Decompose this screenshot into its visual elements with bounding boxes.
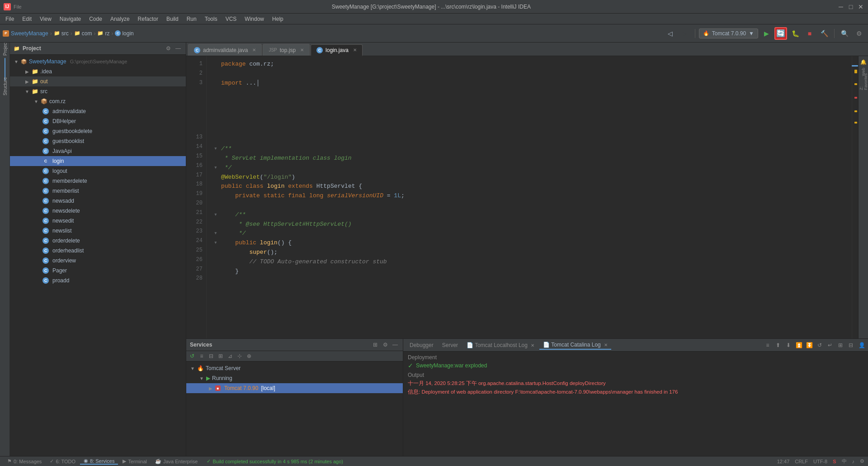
run-button[interactable]: ▶ [760, 27, 773, 40]
log-tab-debugger[interactable]: Debugger [406, 341, 437, 349]
services-restart-btn[interactable]: ↺ [188, 352, 196, 360]
tab-close-login[interactable]: ✕ [353, 48, 357, 52]
fold-arrow-16[interactable]: ▾ [214, 163, 219, 173]
breadcrumb-src[interactable]: 📁 src [54, 30, 69, 37]
menu-run[interactable]: Run [183, 15, 200, 23]
status-tab-services[interactable]: ◉ 8: Services [80, 458, 118, 465]
search-button[interactable]: 🔍 [838, 27, 851, 40]
status-tab-todo[interactable]: ✓ 6: TODO [46, 458, 79, 465]
nav-back-button[interactable]: ◁ [664, 27, 677, 40]
nav-forward-button[interactable]: ▷ [679, 27, 691, 40]
breadcrumb-rz[interactable]: 📁 rz [97, 30, 109, 37]
tree-item-orderview[interactable]: C orderview [10, 256, 186, 266]
services-minimize-icon[interactable]: — [391, 341, 399, 349]
tree-item-guestbookdelete[interactable]: C guestbookdelete [10, 126, 186, 136]
log-tool-grid[interactable]: ⊞ [836, 341, 845, 350]
tree-item-orderdelete[interactable]: C orderdelete [10, 236, 186, 246]
notifications-icon[interactable]: 🔔 [859, 58, 868, 66]
services-btn3[interactable]: ⊟ [207, 352, 215, 360]
menu-analyze[interactable]: Analyze [107, 15, 133, 23]
fold-arrow-14[interactable]: ▾ [214, 144, 219, 154]
code-editor[interactable]: 1 2 3 13 14 15 16 17 18 19 20 21 22 23 2… [186, 56, 852, 338]
tree-item-src[interactable]: ▼ 📁 src [10, 86, 186, 96]
services-collapse-btn[interactable]: ≡ [198, 352, 206, 360]
tree-item-pager[interactable]: C Pager [10, 266, 186, 276]
hot-reload-button[interactable]: 🔄 [774, 27, 787, 40]
tree-item-orderheadlist[interactable]: C orderheadlist [10, 246, 186, 256]
log-tool-up-top[interactable]: ⏫ [794, 341, 803, 350]
stop-button[interactable]: ■ [803, 27, 816, 40]
log-tab-catalina[interactable]: 📄 Tomcat Catalina Log ✕ [539, 341, 611, 350]
run-config-selector[interactable]: 🔥 Tomcat 7.0.90 ▼ [699, 29, 758, 38]
log-tab-server[interactable]: Server [439, 341, 462, 349]
menu-refactor[interactable]: Refactor [134, 15, 162, 23]
tree-item-javaapi[interactable]: C JavaApi [10, 146, 186, 156]
tree-item-out[interactable]: ▶ 📁 out [10, 76, 186, 86]
fold-arrow-24[interactable]: ▾ [214, 238, 219, 248]
menu-help[interactable]: Help [269, 15, 287, 23]
services-filter-btn[interactable]: ⊿ [226, 352, 234, 360]
log-close-localhost[interactable]: ✕ [531, 343, 534, 348]
log-tool-soft-wrap[interactable]: ↵ [826, 341, 835, 350]
log-person-icon[interactable]: 👤 [859, 342, 865, 348]
maximize-button[interactable]: □ [847, 3, 854, 10]
log-tab-localhost[interactable]: 📄 Tomcat Localhost Log ✕ [463, 341, 538, 349]
tree-item-adminvalidate[interactable]: C adminvalidate [10, 106, 186, 116]
breadcrumb-sweety[interactable]: SweetyManage [11, 30, 48, 37]
services-item-tomcat-local[interactable]: ▶ ■ Tomcat 7.0.90 [local] [186, 383, 403, 393]
menu-vcs[interactable]: VCS [222, 15, 241, 23]
menu-file[interactable]: File [14, 4, 22, 10]
panel-settings-button[interactable]: ⚙ [164, 44, 172, 52]
menu-view[interactable]: View [36, 15, 55, 23]
debug-button[interactable]: 🐛 [789, 27, 802, 40]
tree-item-newslist[interactable]: C newslist [10, 226, 186, 236]
services-add-btn[interactable]: ⊕ [245, 352, 253, 360]
favorites-icon[interactable]: Z: Favorites [859, 78, 868, 86]
tree-item-newsadd[interactable]: C newsadd [10, 196, 186, 206]
tree-item-newsedit[interactable]: C newsedit [10, 216, 186, 226]
log-tool-down-bottom[interactable]: ⏬ [805, 341, 814, 350]
project-strip-icon[interactable]: Project [1, 44, 9, 52]
tree-item-proadd[interactable]: C proadd [10, 276, 186, 285]
status-tab-java-enterprise[interactable]: ☕ Java Enterprise [151, 458, 201, 465]
tab-close-adminvalidate[interactable]: ✕ [252, 48, 256, 52]
services-btn4[interactable]: ⊞ [217, 352, 225, 360]
services-item-running[interactable]: ▼ ▶ Running [186, 373, 403, 383]
tree-item-memberlist[interactable]: C memberlist [10, 186, 186, 196]
menu-window[interactable]: Window [241, 15, 268, 23]
status-icon-sound[interactable]: ♪ [852, 458, 855, 465]
tab-adminvalidate[interactable]: C adminvalidate.java ✕ [188, 44, 262, 56]
menu-tools[interactable]: Tools [201, 15, 221, 23]
tree-item-dbhelper[interactable]: C DBHelper [10, 116, 186, 126]
log-tool-reset[interactable]: ↺ [815, 341, 824, 350]
code-content[interactable]: package com.rz; import ...│ ▾ [207, 56, 852, 338]
settings-button[interactable]: ⚙ [853, 27, 865, 40]
menu-code[interactable]: Code [85, 15, 106, 23]
close-button[interactable]: ✕ [857, 3, 864, 10]
tree-item-sweety-manage[interactable]: ▼ 📦 SweetyManage G:\project\SweetyManage [10, 57, 186, 67]
services-group-btn[interactable]: ⊹ [236, 352, 244, 360]
tree-item-guestbooklist[interactable]: C guestbooklist [10, 136, 186, 146]
menu-file[interactable]: File [2, 15, 18, 23]
services-settings-icon[interactable]: ⚙ [381, 341, 389, 349]
log-close-catalina[interactable]: ✕ [604, 342, 608, 347]
panel-collapse-button[interactable]: — [174, 44, 182, 52]
log-tool-menu[interactable]: ≡ [763, 341, 772, 350]
services-item-tomcat-server[interactable]: ▼ 🔥 Tomcat Server [186, 363, 403, 373]
tree-item-memberdelete[interactable]: C memberdelete [10, 176, 186, 186]
tree-item-newsdelete[interactable]: C newsdelete [10, 206, 186, 216]
status-tab-messages[interactable]: ⚑ 0: Messages [4, 458, 45, 465]
fold-arrow-21[interactable]: ▾ [214, 210, 219, 220]
status-encoding[interactable]: UTF-8 [813, 458, 827, 465]
tab-login[interactable]: C login.java ✕ [311, 44, 363, 56]
log-tool-2[interactable]: ⬇ [784, 341, 793, 350]
build-button[interactable]: 🔨 [818, 27, 830, 40]
log-tool-1[interactable]: ⬆ [774, 341, 783, 350]
minimize-button[interactable]: ─ [837, 3, 844, 10]
breadcrumb-com[interactable]: 📁 com [74, 30, 92, 37]
tree-item-com-rz[interactable]: ▼ 📦 com.rz [10, 96, 186, 106]
tree-item-login[interactable]: C login [10, 156, 186, 166]
status-icon-s[interactable]: S [833, 458, 836, 465]
tree-item-logout[interactable]: C logout [10, 166, 186, 176]
log-tool-split[interactable]: ⊟ [846, 341, 855, 350]
